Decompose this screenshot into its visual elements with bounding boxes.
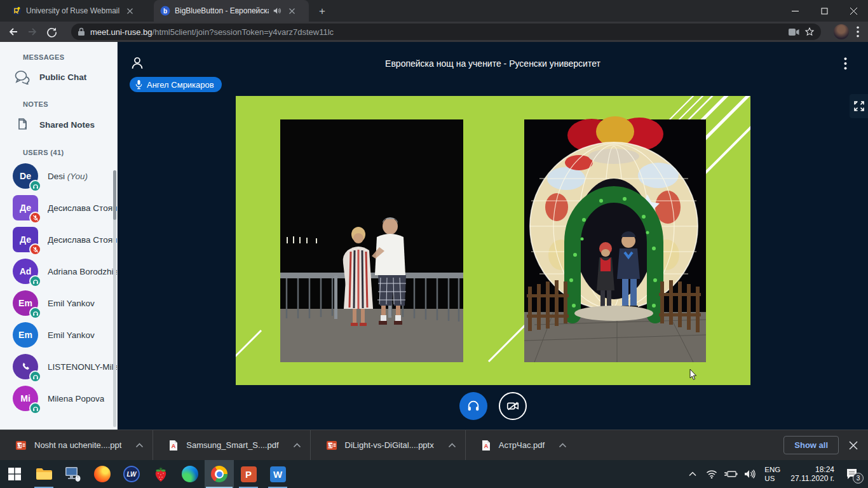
bookmark-star-icon[interactable] [804, 27, 815, 37]
lw-app-icon: LW [123, 466, 140, 482]
user-list-item[interactable]: DeDesi (You) [0, 160, 117, 192]
browser-tab[interactable]: bBigBlueButton - Европейска [154, 0, 309, 22]
muted-mic-badge [29, 212, 41, 224]
avatar-initials: De [20, 171, 31, 181]
maximize-button[interactable] [810, 0, 839, 22]
talking-indicator[interactable]: Ангел Смрикаров [130, 77, 222, 92]
tray-language-indicator[interactable]: ENG US [759, 465, 785, 483]
sidebar-item-public-chat[interactable]: Public Chat [0, 65, 117, 89]
start-icon [8, 467, 22, 481]
wifi-icon [706, 470, 717, 478]
download-file-name: Samsung_Smart_S....pdf [186, 440, 278, 450]
user-list-item[interactable]: LISTENONLY-Milena... [0, 351, 117, 383]
browser-tab[interactable]: University of Ruse Webmail :: We [5, 0, 151, 22]
screen: University of Ruse Webmail :: WebBigBlue… [0, 0, 868, 488]
tab-close-button[interactable] [287, 6, 297, 16]
taskbar-edge-button[interactable] [175, 460, 205, 488]
user-name: Emil Yankov [48, 330, 95, 340]
taskbar-firefox-button[interactable] [88, 460, 117, 488]
leave-audio-button[interactable] [459, 392, 487, 420]
user-list-item[interactable]: AdAdriana Borodzhieva [0, 255, 117, 287]
download-menu-chevron[interactable] [559, 443, 567, 448]
chevron-up-icon [689, 471, 696, 477]
close-downloads-icon[interactable] [849, 441, 858, 450]
listen-only-badge [29, 275, 41, 287]
forward-button[interactable] [23, 23, 42, 41]
fullscreen-button[interactable] [850, 94, 868, 118]
taskbar-strawberry-app-button[interactable] [146, 460, 175, 488]
word-icon: W [270, 466, 286, 482]
back-button[interactable] [4, 23, 23, 41]
phone-icon [20, 362, 31, 372]
show-all-downloads-button[interactable]: Show all [783, 436, 839, 454]
download-item[interactable]: LTDiLight-vs-DiGital....pptx [311, 430, 465, 460]
browser-profile-avatar[interactable] [834, 24, 849, 39]
action-center-button[interactable]: 3 [839, 460, 865, 488]
firefox-icon [94, 466, 111, 482]
headphones-icon [466, 399, 480, 413]
new-tab-button[interactable]: + [315, 4, 329, 18]
share-webcam-button[interactable] [499, 392, 527, 420]
pdf-file-icon: A [168, 440, 179, 451]
notification-count-badge: 3 [853, 473, 864, 484]
system-tray: ENG US 18:24 27.11.2020 г. 3 [683, 460, 868, 488]
user-name: LISTENONLY-Milena... [48, 362, 117, 372]
tab-audio-icon[interactable] [273, 7, 282, 15]
tray-volume-button[interactable] [740, 460, 759, 488]
bbb-options-button[interactable] [844, 57, 855, 70]
address-bar[interactable]: meet.uni-ruse.bg/html5client/join?sessio… [71, 24, 821, 40]
camera-in-use-icon[interactable] [789, 28, 799, 36]
user-name: Десислава Стоян... [48, 235, 117, 245]
taskbar-word-button[interactable]: W [263, 460, 292, 488]
kebab-menu-icon [844, 57, 847, 70]
taskbar-lw-app-button[interactable]: LW [117, 460, 146, 488]
user-list-item[interactable]: EmEmil Yankov [0, 287, 117, 319]
maximize-icon [821, 8, 828, 15]
svg-text:A: A [172, 443, 176, 449]
listen-only-badge [29, 402, 41, 414]
user-list-item[interactable]: ДеДесислава Стоян... [0, 224, 117, 255]
chat-icon [14, 69, 31, 85]
tab-title: BigBlueButton - Европейска [175, 6, 269, 15]
user-list-item[interactable]: MiMilena Popova [0, 383, 117, 414]
sidebar-scrollbar-thumb[interactable] [113, 170, 116, 220]
user-list-item[interactable]: ДеДесислава Стоян... [0, 192, 117, 224]
user-avatar: De [13, 163, 38, 189]
tray-battery-button[interactable] [721, 460, 740, 488]
user-avatar [13, 354, 38, 379]
taskbar-start-button[interactable] [0, 460, 29, 488]
bbb-app: MESSAGES Public Chat NOTES Shared Notes … [0, 42, 868, 430]
taskbar-remote-desktop-button[interactable] [58, 460, 88, 488]
chrome-icon [211, 466, 227, 482]
listen-only-badge [29, 180, 41, 192]
slide-photo-couple-railing [280, 119, 463, 362]
download-item[interactable]: LTNosht na uchenite....ppt [0, 430, 153, 460]
public-chat-label: Public Chat [39, 72, 86, 82]
reload-button[interactable] [42, 23, 61, 41]
speaker-icon [744, 470, 756, 478]
download-menu-chevron[interactable] [448, 443, 456, 448]
download-menu-chevron[interactable] [135, 443, 144, 448]
taskbar-chrome-button[interactable] [205, 460, 234, 488]
close-window-button[interactable] [839, 0, 868, 22]
url-path: /html5client/join?sessionToken=y4varz7ds… [153, 27, 334, 37]
presentation-slide[interactable] [236, 96, 750, 385]
sidebar-item-shared-notes[interactable]: Shared Notes [0, 112, 117, 137]
tab-close-button[interactable] [125, 6, 135, 16]
close-icon [850, 8, 857, 15]
minimize-button[interactable] [780, 0, 810, 22]
user-list-item[interactable]: EmEmil Yankov [0, 319, 117, 351]
tray-chevron-button[interactable] [683, 460, 702, 488]
download-item[interactable]: AАстрЧас.pdf [466, 430, 576, 460]
taskbar-file-explorer-button[interactable] [29, 460, 58, 488]
download-menu-chevron[interactable] [293, 443, 301, 448]
minimize-icon [792, 8, 799, 15]
tray-network-button[interactable] [702, 460, 721, 488]
download-item[interactable]: ASamsung_Smart_S....pdf [153, 430, 309, 460]
tray-clock[interactable]: 18:24 27.11.2020 г. [785, 465, 839, 483]
taskbar-powerpoint-button[interactable]: P [234, 460, 263, 488]
battery-charging-icon [724, 470, 738, 478]
windows-taskbar: LWPW [0, 460, 868, 488]
browser-menu-icon[interactable] [853, 26, 863, 37]
notes-icon [14, 116, 31, 133]
